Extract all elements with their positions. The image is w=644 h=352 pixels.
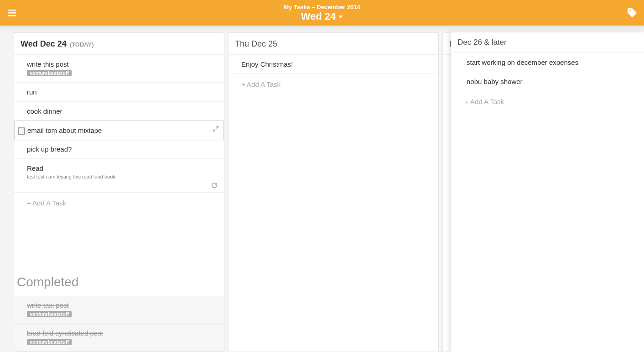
task-title: Enjoy Christmas! bbox=[241, 60, 432, 68]
later-tasks: start working on december expenses nobu … bbox=[451, 53, 644, 352]
task-item[interactable]: run bbox=[14, 83, 224, 102]
task-item[interactable]: start working on december expenses bbox=[451, 53, 644, 72]
task-item[interactable]: pick up bread? bbox=[14, 140, 224, 159]
tag-icon[interactable] bbox=[627, 7, 638, 18]
task-tag: venturebeatstuff bbox=[27, 70, 72, 76]
task-item-selected[interactable]: email tom about mixtape bbox=[14, 121, 224, 140]
column-thu: Thu Dec 25 Enjoy Christmas! + Add A Task bbox=[228, 32, 439, 352]
task-item-completed[interactable]: write taxi post venturebeatstuff bbox=[14, 296, 224, 324]
column-header-thu: Thu Dec 25 bbox=[229, 33, 438, 55]
header-subtitle: My Tasks – December 2014 bbox=[284, 4, 360, 11]
today-badge: (TODAY) bbox=[70, 41, 94, 48]
header-title-text: Wed 24 bbox=[301, 11, 336, 22]
menu-icon[interactable] bbox=[6, 7, 17, 18]
app-header: My Tasks – December 2014 Wed 24 bbox=[0, 0, 644, 26]
add-task-button[interactable]: + Add A Task bbox=[14, 193, 224, 213]
svg-rect-0 bbox=[8, 10, 16, 11]
thu-tasks: Enjoy Christmas! + Add A Task bbox=[229, 55, 438, 352]
task-note: test test i am testing this read land bo… bbox=[27, 174, 218, 179]
header-date-selector[interactable]: Wed 24 bbox=[301, 11, 343, 22]
task-title: nobu baby shower bbox=[467, 78, 638, 85]
task-title: cook dinner bbox=[27, 107, 218, 115]
task-item[interactable]: nobu baby shower bbox=[451, 72, 644, 91]
task-item[interactable]: Read test test i am testing this read la… bbox=[14, 159, 224, 193]
task-tag: venturebeatstuff bbox=[27, 339, 72, 345]
task-tag: venturebeatstuff bbox=[27, 311, 72, 317]
task-title: run bbox=[27, 88, 218, 96]
svg-rect-2 bbox=[8, 15, 16, 16]
task-item[interactable]: cook dinner bbox=[14, 102, 224, 121]
svg-rect-1 bbox=[8, 12, 16, 14]
add-task-button[interactable]: + Add A Task bbox=[451, 91, 644, 112]
task-item-completed[interactable]: brad feld syndicated post venturebeatstu… bbox=[14, 324, 224, 352]
add-task-button[interactable]: + Add A Task bbox=[229, 74, 438, 95]
task-title: pick up bread? bbox=[27, 145, 218, 153]
completed-header: Completed bbox=[14, 262, 224, 296]
header-shadow bbox=[0, 26, 644, 32]
column-title: Wed Dec 24 bbox=[21, 39, 67, 48]
today-tasks: write this post venturebeatstuff run coo… bbox=[14, 55, 224, 352]
task-checkbox[interactable] bbox=[18, 127, 25, 135]
expand-icon[interactable] bbox=[213, 126, 219, 132]
task-title: write this post bbox=[27, 60, 218, 68]
caret-down-icon bbox=[338, 16, 343, 18]
spacer bbox=[14, 213, 224, 262]
task-title: Read bbox=[27, 164, 218, 172]
column-today: Wed Dec 24 (TODAY) write this post ventu… bbox=[14, 32, 224, 352]
column-header-today: Wed Dec 24 (TODAY) bbox=[14, 33, 224, 55]
task-title: brad feld syndicated post bbox=[27, 329, 218, 337]
task-title: start working on december expenses bbox=[467, 58, 638, 66]
later-header: Dec 26 & later bbox=[451, 32, 644, 53]
column-fri: Fr bbox=[442, 32, 452, 352]
task-item[interactable]: write this post venturebeatstuff bbox=[14, 55, 224, 83]
task-item[interactable]: Enjoy Christmas! bbox=[229, 55, 438, 74]
task-title: email tom about mixtape bbox=[27, 126, 217, 134]
later-panel: Dec 26 & later start working on december… bbox=[451, 32, 644, 352]
task-title: write taxi post bbox=[27, 301, 218, 309]
reload-icon[interactable] bbox=[211, 182, 218, 189]
